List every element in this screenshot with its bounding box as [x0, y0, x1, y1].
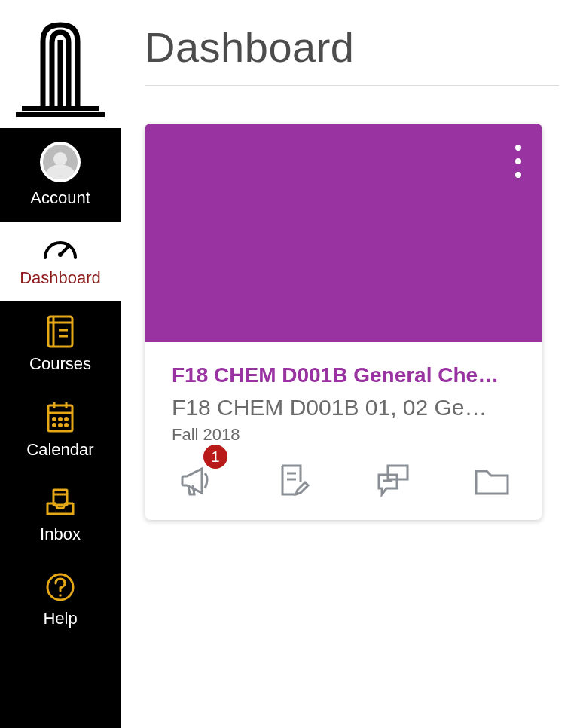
svg-point-22	[59, 594, 62, 597]
course-card-title[interactable]: F18 CHEM D001B General Chemi…	[172, 363, 515, 387]
sidebar-item-help[interactable]: Help	[0, 558, 121, 642]
sidebar-item-calendar[interactable]: Calendar	[0, 387, 121, 473]
svg-rect-4	[48, 317, 72, 347]
main-content: Dashboard F18 CHEM D001B General Chemi… …	[121, 0, 583, 728]
folder-icon	[473, 463, 511, 497]
announcements-button[interactable]: 1	[176, 461, 214, 499]
account-avatar-icon	[40, 142, 81, 182]
title-divider	[145, 85, 559, 86]
svg-point-13	[53, 418, 56, 421]
sidebar-item-inbox[interactable]: Inbox	[0, 473, 121, 558]
course-card-subtitle: F18 CHEM D001B 01, 02 Ge…	[172, 395, 515, 421]
course-card-actions: 1	[172, 461, 515, 499]
discussions-button[interactable]	[374, 461, 412, 499]
nav-label-calendar: Calendar	[26, 440, 93, 460]
nav-label-dashboard: Dashboard	[20, 268, 101, 288]
announcements-badge: 1	[203, 445, 227, 469]
svg-rect-0	[22, 106, 99, 111]
arch-logo-icon	[16, 19, 105, 117]
svg-point-17	[60, 424, 62, 427]
nav-label-courses: Courses	[29, 354, 91, 374]
sidebar-nav: Account Dashboard Courses	[0, 0, 121, 728]
nav-label-inbox: Inbox	[40, 525, 81, 544]
calendar-icon	[45, 401, 75, 434]
course-card-body: F18 CHEM D001B General Chemi… F18 CHEM D…	[145, 342, 542, 520]
svg-rect-1	[16, 112, 105, 117]
inbox-tray-icon	[44, 487, 76, 518]
sidebar-item-account[interactable]: Account	[0, 128, 121, 222]
svg-point-15	[66, 418, 68, 421]
page-title: Dashboard	[145, 23, 559, 72]
nav-label-account: Account	[30, 188, 90, 208]
dashboard-gauge-icon	[42, 235, 78, 262]
course-card[interactable]: F18 CHEM D001B General Chemi… F18 CHEM D…	[145, 124, 542, 520]
svg-line-3	[60, 247, 68, 255]
document-pencil-icon	[275, 461, 313, 499]
card-options-menu-icon[interactable]	[515, 145, 521, 178]
institution-logo[interactable]	[0, 0, 121, 128]
sidebar-item-dashboard[interactable]: Dashboard	[0, 222, 121, 301]
assignments-button[interactable]	[275, 461, 313, 499]
nav-label-help: Help	[43, 609, 77, 629]
discussion-bubbles-icon	[374, 461, 412, 499]
course-card-banner	[145, 124, 542, 342]
svg-point-18	[66, 424, 68, 427]
files-button[interactable]	[473, 463, 511, 497]
svg-point-16	[53, 424, 56, 427]
book-icon	[45, 315, 75, 348]
course-card-term: Fall 2018	[172, 425, 515, 445]
help-question-icon	[44, 571, 76, 603]
sidebar-item-courses[interactable]: Courses	[0, 301, 121, 387]
svg-point-14	[60, 418, 62, 421]
